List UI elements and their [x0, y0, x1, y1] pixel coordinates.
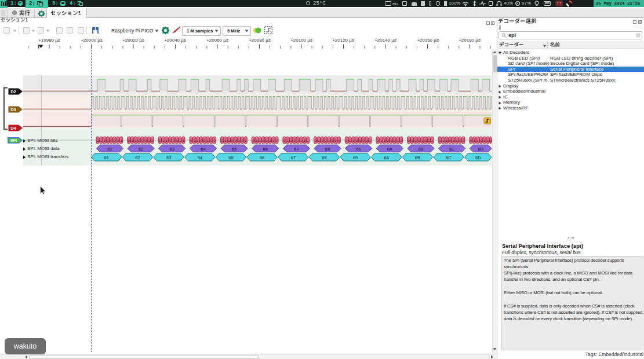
svg-text:67: 67	[291, 155, 296, 160]
svg-text:6C: 6C	[446, 155, 452, 160]
svg-text:62: 62	[135, 155, 140, 160]
svg-text:63: 63	[170, 146, 174, 152]
svg-text:SPI: SPI	[10, 138, 17, 142]
svg-text:62: 62	[139, 146, 143, 152]
svg-text:69: 69	[353, 155, 358, 160]
svg-text:69: 69	[356, 146, 361, 152]
svg-text:68: 68	[322, 155, 326, 160]
svg-text:63: 63	[166, 155, 171, 160]
svg-text:61: 61	[104, 155, 109, 160]
svg-text:64: 64	[198, 155, 202, 160]
svg-text:6B: 6B	[415, 155, 420, 160]
svg-text:6A: 6A	[387, 146, 392, 152]
svg-text:D3: D3	[10, 107, 16, 112]
svg-text:D2: D2	[10, 89, 16, 94]
svg-text:64: 64	[201, 146, 205, 152]
svg-text:66: 66	[260, 155, 264, 160]
svg-text:6D: 6D	[475, 155, 481, 160]
svg-text:67: 67	[294, 146, 299, 152]
svg-text:6D: 6D	[478, 146, 483, 152]
svg-text:6B: 6B	[418, 146, 423, 152]
svg-text:61: 61	[107, 146, 112, 152]
svg-text:66: 66	[263, 146, 268, 152]
svg-text:65: 65	[228, 155, 233, 160]
svg-text:D4: D4	[10, 126, 16, 131]
svg-text:6A: 6A	[384, 155, 389, 160]
svg-text:68: 68	[325, 146, 330, 152]
svg-text:65: 65	[232, 146, 237, 152]
svg-text:6C: 6C	[449, 146, 455, 152]
